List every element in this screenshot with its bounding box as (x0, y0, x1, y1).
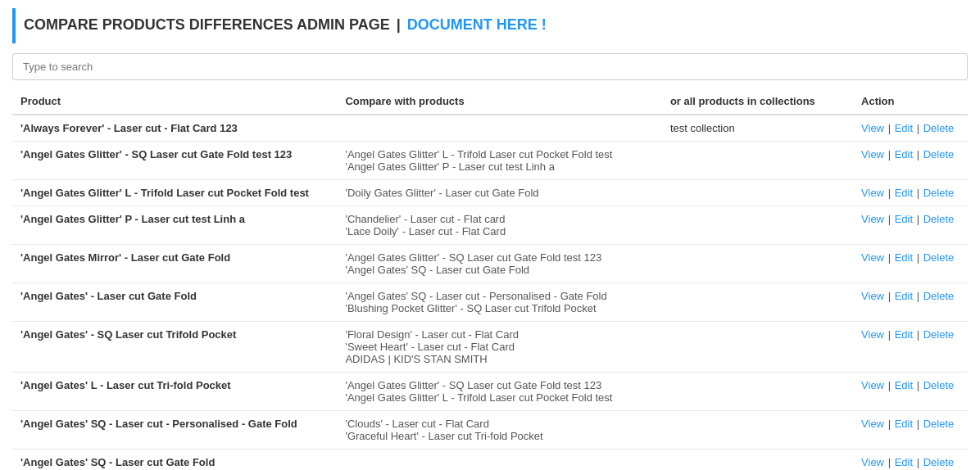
action-separator: | (885, 456, 894, 468)
cell-compare: 'Angel Gates Glitter' L - Trifold Laser … (337, 142, 661, 180)
action-links: View | Edit | Delete (861, 213, 954, 225)
cell-compare (337, 115, 661, 142)
action-delete-link[interactable]: Delete (923, 148, 955, 160)
action-separator: | (914, 290, 923, 302)
cell-collections (662, 245, 853, 283)
action-edit-link[interactable]: Edit (895, 213, 913, 225)
action-edit-link[interactable]: Edit (895, 122, 913, 134)
action-view-link[interactable]: View (861, 328, 884, 341)
cell-collections (662, 206, 853, 245)
action-edit-link[interactable]: Edit (895, 418, 913, 430)
product-name: 'Always Forever' - Laser cut - Flat Card… (20, 122, 238, 134)
page-wrapper: COMPARE PRODUCTS DIFFERENCES ADMIN PAGE … (0, 0, 980, 470)
compare-item: 'Angel Gates Glitter' - SQ Laser cut Gat… (345, 379, 653, 391)
cell-compare: 'Chandelier' - Laser cut - Flat card'Lac… (337, 206, 661, 245)
action-edit-link[interactable]: Edit (895, 251, 913, 264)
action-view-link[interactable]: View (861, 379, 884, 391)
cell-action: View | Edit | Delete (853, 206, 968, 245)
action-separator: | (885, 418, 894, 430)
header-separator: | (397, 16, 401, 34)
cell-action: View | Edit | Delete (853, 245, 968, 283)
action-view-link[interactable]: View (861, 290, 884, 302)
cell-action: View | Edit | Delete (853, 450, 968, 471)
table-header-row: Product Compare with products or all pro… (12, 88, 968, 115)
action-separator: | (914, 418, 923, 430)
action-delete-link[interactable]: Delete (923, 251, 955, 264)
action-separator: | (914, 251, 923, 264)
action-delete-link[interactable]: Delete (923, 213, 955, 225)
compare-item: 'Angel Gates' SQ - Laser cut Gate Fold (345, 264, 653, 276)
product-name: 'Angel Gates Mirror' - Laser cut Gate Fo… (20, 251, 230, 264)
cell-compare: 'Angel Gates' SQ - Laser cut - Personali… (337, 283, 661, 322)
compare-item: 'Angel Gates Glitter' L - Trifold Laser … (345, 391, 653, 404)
compare-item: 'Angel Gates Glitter' L - Trifold Laser … (345, 148, 653, 160)
action-separator: | (885, 290, 894, 302)
action-edit-link[interactable]: Edit (895, 328, 913, 341)
cell-product: 'Angel Gates Glitter' L - Trifold Laser … (12, 180, 337, 206)
table-row: 'Angel Gates Glitter' P - Laser cut test… (12, 206, 968, 245)
cell-product: 'Angel Gates' - SQ Laser cut Trifold Poc… (12, 322, 337, 373)
action-view-link[interactable]: View (861, 148, 884, 160)
action-view-link[interactable]: View (861, 213, 884, 225)
cell-compare (337, 450, 661, 471)
cell-compare: 'Doily Gates Glitter' - Laser cut Gate F… (337, 180, 661, 206)
cell-product: 'Angel Gates Glitter' P - Laser cut test… (12, 206, 337, 245)
action-edit-link[interactable]: Edit (895, 187, 913, 199)
action-delete-link[interactable]: Delete (923, 456, 955, 468)
cell-product: 'Angel Gates Mirror' - Laser cut Gate Fo… (12, 245, 337, 283)
search-input[interactable] (12, 53, 968, 80)
cell-collections (662, 283, 853, 322)
compare-item: 'Sweet Heart' - Laser cut - Flat Card (345, 341, 653, 353)
col-header-collections: or all products in collections (662, 88, 853, 115)
compare-item: 'Chandelier' - Laser cut - Flat card (345, 213, 653, 225)
action-links: View | Edit | Delete (861, 456, 954, 468)
cell-compare: 'Angel Gates Glitter' - SQ Laser cut Gat… (337, 245, 661, 283)
action-links: View | Edit | Delete (861, 148, 954, 160)
action-delete-link[interactable]: Delete (923, 290, 955, 302)
action-separator: | (914, 122, 923, 134)
cell-action: View | Edit | Delete (853, 142, 968, 180)
action-delete-link[interactable]: Delete (923, 187, 955, 199)
cell-product: 'Angel Gates' L - Laser cut Tri-fold Poc… (12, 373, 337, 411)
action-view-link[interactable]: View (861, 122, 884, 134)
compare-item: ADIDAS | KID'S STAN SMITH (345, 353, 653, 365)
action-separator: | (914, 328, 923, 341)
action-links: View | Edit | Delete (861, 251, 954, 264)
table-row: 'Angel Gates' SQ - Laser cut - Personali… (12, 411, 968, 450)
action-view-link[interactable]: View (861, 187, 884, 199)
action-separator: | (914, 187, 923, 199)
table-row: 'Angel Gates Glitter' - SQ Laser cut Gat… (12, 142, 968, 180)
table-row: 'Angel Gates' - SQ Laser cut Trifold Poc… (12, 322, 968, 373)
action-delete-link[interactable]: Delete (923, 379, 955, 391)
cell-action: View | Edit | Delete (853, 373, 968, 411)
action-delete-link[interactable]: Delete (923, 122, 955, 134)
action-delete-link[interactable]: Delete (923, 328, 955, 341)
action-links: View | Edit | Delete (861, 418, 954, 430)
action-links: View | Edit | Delete (861, 328, 954, 341)
action-view-link[interactable]: View (861, 418, 884, 430)
table-row: 'Angel Gates' SQ - Laser cut Gate FoldVi… (12, 450, 968, 471)
action-edit-link[interactable]: Edit (895, 290, 913, 302)
action-separator: | (914, 456, 923, 468)
table-row: 'Angel Gates Mirror' - Laser cut Gate Fo… (12, 245, 968, 283)
action-edit-link[interactable]: Edit (895, 148, 913, 160)
action-view-link[interactable]: View (861, 456, 884, 468)
cell-collections (662, 142, 853, 180)
compare-item: 'Angel Gates Glitter' P - Laser cut test… (345, 160, 653, 173)
action-edit-link[interactable]: Edit (895, 456, 913, 468)
action-edit-link[interactable]: Edit (895, 379, 913, 391)
product-name: 'Angel Gates Glitter' - SQ Laser cut Gat… (20, 148, 292, 160)
cell-collections (662, 411, 853, 450)
action-view-link[interactable]: View (861, 251, 884, 264)
product-name: 'Angel Gates Glitter' L - Trifold Laser … (20, 187, 309, 199)
compare-item: 'Angel Gates Glitter' - SQ Laser cut Gat… (345, 251, 653, 264)
action-separator: | (885, 213, 894, 225)
action-delete-link[interactable]: Delete (923, 418, 955, 430)
compare-item: 'Doily Gates Glitter' - Laser cut Gate F… (345, 187, 653, 199)
product-name: 'Angel Gates' - SQ Laser cut Trifold Poc… (20, 328, 236, 341)
cell-product: 'Angel Gates' SQ - Laser cut Gate Fold (12, 450, 337, 471)
action-links: View | Edit | Delete (861, 290, 954, 302)
page-title: COMPARE PRODUCTS DIFFERENCES ADMIN PAGE (24, 16, 390, 34)
cell-collections (662, 373, 853, 411)
document-link[interactable]: DOCUMENT HERE ! (407, 16, 547, 34)
